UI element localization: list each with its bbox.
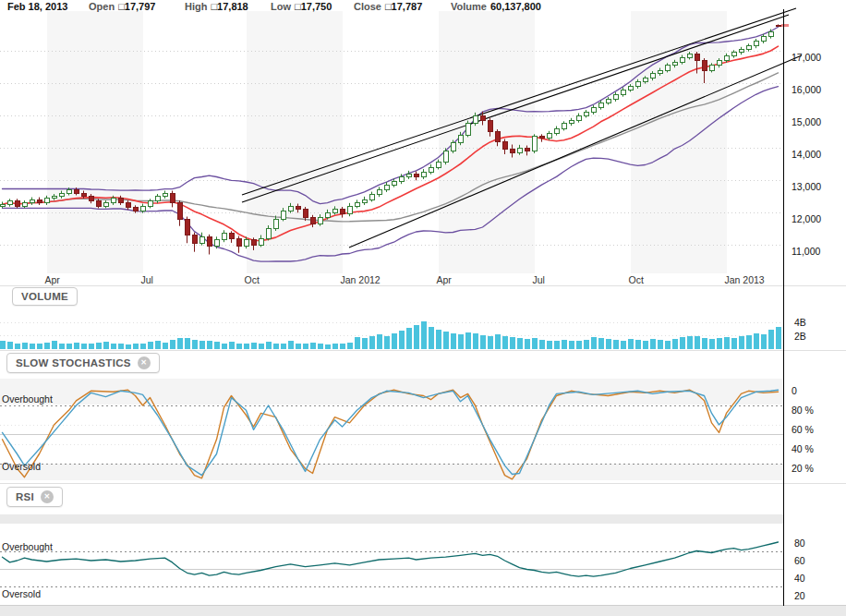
rsi-overbought-label: Overbought	[2, 541, 53, 552]
price-tick-label: 12,000	[792, 213, 821, 224]
stoch-tick-label: 40 %	[792, 443, 814, 454]
rsi-pane-button[interactable]: RSI ✕	[6, 487, 63, 507]
rsi-oversold-label: Oversold	[2, 588, 41, 599]
stoch-tick-label: 60 %	[792, 424, 814, 435]
month-label: Jul	[533, 274, 545, 285]
price-tick-label: 11,000	[792, 246, 820, 257]
stoch-tick-label: 80 %	[792, 405, 814, 416]
legend-low: Low□17,750	[271, 1, 332, 12]
stoch-tick-label: 20 %	[792, 463, 814, 474]
rsi-tick-label: 60	[794, 555, 805, 566]
month-label: Jan 2013	[725, 274, 765, 285]
rsi-tick-label: 40	[794, 573, 805, 584]
volume-pane-button[interactable]: VOLUME	[12, 287, 78, 306]
stochastics-pane-label: SLOW STOCHASTICS	[16, 357, 131, 368]
price-tick-label: 17,000	[792, 52, 821, 63]
month-label: Oct	[245, 274, 260, 285]
month-label: Jan 2012	[341, 274, 381, 285]
rsi-tick-label: 80	[794, 537, 805, 549]
legend-date: Feb 18, 2013	[7, 1, 67, 12]
rsi-pane-label: RSI	[16, 491, 34, 502]
price-tick-label: 15,000	[792, 116, 821, 127]
price-tick-label: 13,000	[792, 181, 821, 192]
stochastics-pane-button[interactable]: SLOW STOCHASTICS ✕	[6, 353, 160, 373]
volume-pane-label: VOLUME	[21, 291, 68, 302]
price-tick-label: 16,000	[792, 84, 821, 95]
legend-high: High□17,818	[185, 1, 248, 12]
month-label: Apr	[437, 274, 452, 285]
month-label: Oct	[629, 274, 644, 285]
legend-close: Close□17,787	[354, 1, 422, 12]
legend-volume: Volume60,137,800	[451, 1, 541, 12]
ohlc-legend: Feb 18, 2013 Open□17,797 High□17,818 Low…	[0, 0, 846, 13]
stoch-tick-label: 0	[792, 385, 797, 396]
stoch-overbought-label: Overbought	[2, 393, 53, 405]
volume-tick-label: 4B	[794, 317, 806, 328]
close-icon[interactable]: ✕	[138, 356, 151, 369]
legend-open: Open□17,797	[89, 1, 155, 12]
stoch-oversold-label: Oversold	[2, 461, 41, 472]
charting-app: Feb 18, 2013 Open□17,797 High□17,818 Low…	[0, 0, 846, 616]
price-tick-label: 14,000	[792, 149, 821, 160]
volume-tick-label: 2B	[794, 331, 806, 342]
rsi-tick-label: 20	[794, 590, 805, 601]
month-label: Jul	[141, 274, 153, 285]
close-icon[interactable]: ✕	[41, 490, 54, 503]
month-label: Apr	[45, 274, 60, 285]
chart-canvas[interactable]	[0, 0, 846, 616]
